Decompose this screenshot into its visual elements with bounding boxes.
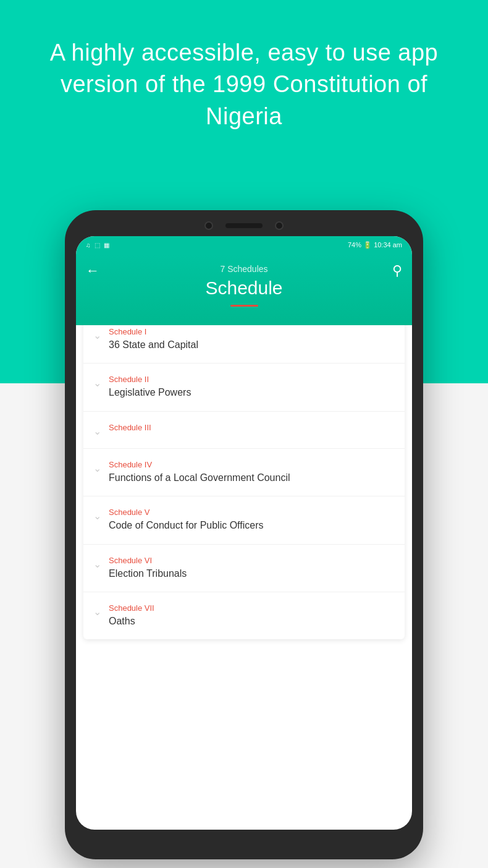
schedule-item-7[interactable]: ⌄ Schedule VII Oaths xyxy=(83,592,405,639)
status-bar-right: 74% 🔋 10:34 am xyxy=(348,241,402,249)
schedule-content-2: Schedule II Legislative Powers xyxy=(109,375,395,399)
phone-top-bar xyxy=(76,221,412,230)
schedule-content-4: Schedule IV Functions of a Local Governm… xyxy=(109,460,395,485)
schedule-label-1: Schedule I xyxy=(109,327,395,336)
schedule-label-7: Schedule VII xyxy=(109,603,395,613)
schedule-label-2: Schedule II xyxy=(109,375,395,384)
schedule-item-3[interactable]: ⌄ Schedule III xyxy=(83,412,405,449)
image-icon: ▦ xyxy=(104,242,109,249)
phone-mockup: ♫ ⬚ ▦ 74% 🔋 10:34 am ← ⚲ 7 Schedules Sch… xyxy=(65,210,423,859)
chevron-icon-4: ⌄ xyxy=(93,462,101,474)
schedule-label-3: Schedule III xyxy=(109,423,395,432)
schedule-content-3: Schedule III xyxy=(109,423,395,434)
schedule-name-7: Oaths xyxy=(109,615,395,628)
phone-screen: ♫ ⬚ ▦ 74% 🔋 10:34 am ← ⚲ 7 Schedules Sch… xyxy=(76,236,412,830)
schedule-item-2[interactable]: ⌄ Schedule II Legislative Powers xyxy=(83,364,405,411)
schedule-label-4: Schedule IV xyxy=(109,460,395,469)
schedule-item-5[interactable]: ⌄ Schedule V Code of Conduct for Public … xyxy=(83,496,405,544)
schedule-item-6[interactable]: ⌄ Schedule VI Election Tribunals xyxy=(83,545,405,592)
status-right-text: 74% 🔋 10:34 am xyxy=(348,241,402,249)
schedule-name-5: Code of Conduct for Public Officers xyxy=(109,519,395,532)
phone-camera-right xyxy=(275,221,284,230)
schedule-content-1: Schedule I 36 State and Capital xyxy=(109,327,395,352)
status-bar-left: ♫ ⬚ ▦ xyxy=(86,242,109,249)
schedule-list: ⌄ Schedule I 36 State and Capital ⌄ Sche… xyxy=(83,316,405,639)
spotify-icon: ♫ xyxy=(86,242,91,249)
chevron-icon-5: ⌄ xyxy=(93,510,101,522)
header-subtitle: 7 Schedules xyxy=(88,264,400,274)
phone-icon: ⬚ xyxy=(95,242,100,249)
schedule-label-5: Schedule V xyxy=(109,508,395,517)
header-underline xyxy=(230,305,258,307)
chevron-icon-7: ⌄ xyxy=(93,606,101,618)
schedule-name-2: Legislative Powers xyxy=(109,386,395,399)
phone-speaker xyxy=(225,223,263,228)
chevron-icon-1: ⌄ xyxy=(93,330,101,341)
hero-text: A highly accessible, easy to use app ver… xyxy=(0,37,488,132)
schedule-content-6: Schedule VI Election Tribunals xyxy=(109,556,395,581)
schedule-name-4: Functions of a Local Government Council xyxy=(109,471,395,485)
back-button[interactable]: ← xyxy=(86,263,99,279)
chevron-icon-6: ⌄ xyxy=(93,558,101,570)
app-header: ← ⚲ 7 Schedules Schedule xyxy=(76,254,412,325)
header-title: Schedule xyxy=(88,278,400,299)
chevron-icon-2: ⌄ xyxy=(93,377,101,389)
schedule-name-1: 36 State and Capital xyxy=(109,338,395,352)
status-bar: ♫ ⬚ ▦ 74% 🔋 10:34 am xyxy=(76,236,412,254)
schedule-content-7: Schedule VII Oaths xyxy=(109,603,395,628)
chevron-icon-3: ⌄ xyxy=(93,425,101,437)
schedule-item-4[interactable]: ⌄ Schedule IV Functions of a Local Gover… xyxy=(83,449,405,496)
phone-camera xyxy=(204,221,213,230)
schedule-label-6: Schedule VI xyxy=(109,556,395,565)
schedule-content-5: Schedule V Code of Conduct for Public Of… xyxy=(109,508,395,532)
search-button[interactable]: ⚲ xyxy=(392,263,402,279)
schedule-name-6: Election Tribunals xyxy=(109,567,395,581)
